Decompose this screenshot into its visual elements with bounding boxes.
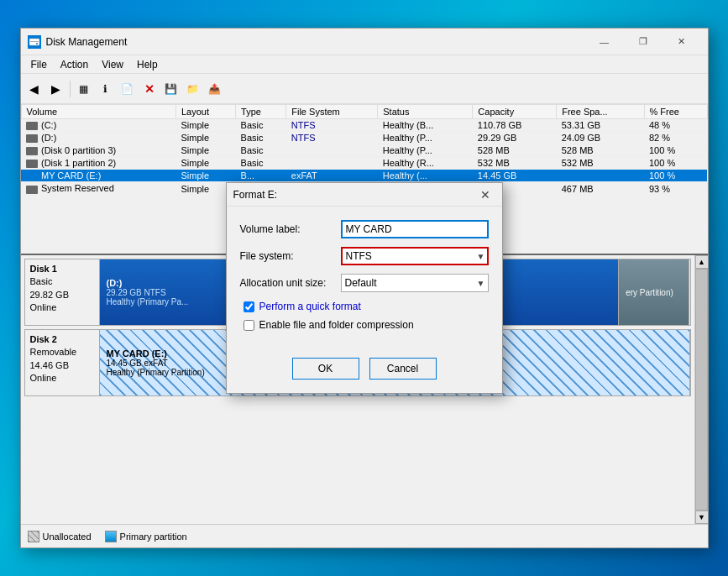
quick-format-row: Perform a quick format: [240, 301, 489, 312]
file-system-select[interactable]: NTFS FAT32 exFAT: [341, 247, 489, 265]
ok-button[interactable]: OK: [292, 358, 359, 380]
file-system-label: File system:: [240, 250, 341, 262]
main-window: Disk Management — ❐ ✕ File Action View H…: [20, 28, 709, 548]
dialog-title-bar: Format E: ✕: [227, 183, 502, 207]
alloc-unit-row: Allocation unit size: Default 512 1024 2…: [240, 274, 489, 292]
quick-format-checkbox[interactable]: [244, 301, 254, 312]
quick-format-label[interactable]: Perform a quick format: [259, 301, 361, 312]
compress-label[interactable]: Enable file and folder compression: [259, 319, 414, 331]
dialog-body: Volume label: File system: NTFS FAT32 ex…: [227, 207, 502, 351]
alloc-unit-label: Allocation unit size:: [240, 277, 341, 289]
dialog-buttons: OK Cancel: [227, 351, 502, 393]
alloc-unit-select[interactable]: Default 512 1024 2048 4096: [341, 274, 489, 292]
file-system-row: File system: NTFS FAT32 exFAT ▼: [240, 247, 489, 265]
compress-row: Enable file and folder compression: [240, 319, 489, 331]
volume-label-text: Volume label:: [240, 223, 341, 235]
cancel-button[interactable]: Cancel: [369, 358, 437, 380]
format-dialog: Format E: ✕ Volume label: File system: N…: [226, 182, 503, 394]
file-system-select-wrapper: NTFS FAT32 exFAT ▼: [341, 247, 489, 265]
dialog-close-button[interactable]: ✕: [475, 185, 495, 205]
volume-label-input[interactable]: [341, 220, 489, 238]
volume-label-row: Volume label:: [240, 220, 489, 238]
dialog-overlay: Format E: ✕ Volume label: File system: N…: [21, 29, 708, 547]
dialog-title: Format E:: [233, 189, 475, 201]
alloc-unit-select-wrapper: Default 512 1024 2048 4096 ▼: [341, 274, 489, 292]
compress-checkbox[interactable]: [244, 320, 254, 331]
